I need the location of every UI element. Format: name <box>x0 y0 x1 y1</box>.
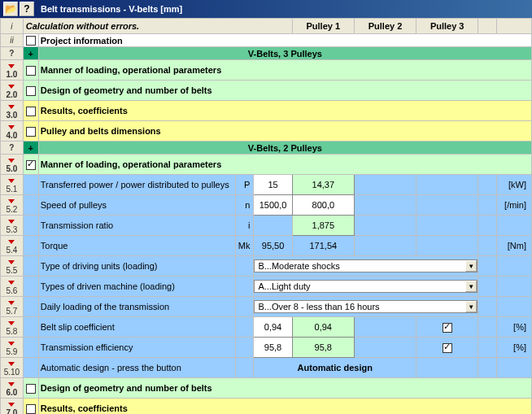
symbol: n <box>235 195 254 216</box>
row-label: Belt slip coefficient <box>38 317 235 338</box>
slip-p1-input[interactable]: 0,94 <box>254 317 292 338</box>
expand-toggle[interactable] <box>23 60 38 81</box>
row-label: Results, coefficients <box>38 101 531 121</box>
unit: [%] <box>496 338 531 358</box>
rownum: 2.0 <box>1 81 24 101</box>
rownum: 5.6 <box>1 277 24 297</box>
row-label: Manner of loading, operational parameter… <box>38 155 531 175</box>
slip-p2-output: 0,94 <box>292 317 354 338</box>
ratio-output: 1,875 <box>292 216 354 236</box>
row-label: Torque <box>38 236 235 256</box>
rownum: ii <box>1 34 24 47</box>
row-label: Transferred power / power distributed to… <box>38 175 235 195</box>
titlebar: 📂 ? Belt transmissions - V-belts [mm] <box>0 0 532 18</box>
rownum: 5.10 <box>1 358 24 378</box>
row-label: Type of driving units (loading) <box>38 256 235 277</box>
rownum: 5.2 <box>1 195 24 216</box>
row-label: Automatic design - press the button <box>38 358 235 378</box>
row-label: Speed of pulleys <box>38 195 235 216</box>
open-button[interactable]: 📂 <box>3 2 18 16</box>
main-grid: i Calculation without errors. Pulley 1 P… <box>0 18 532 414</box>
window-title: Belt transmissions - V-belts [mm] <box>41 4 182 14</box>
rownum: 7.0 <box>1 399 24 414</box>
section-2pulleys: V-Belts, 2 Pulleys <box>38 142 531 155</box>
unit: [/min] <box>496 195 531 216</box>
rownum: 5.7 <box>1 297 24 317</box>
project-info-label: Project information <box>38 34 531 47</box>
col-header-pulley3: Pulley 3 <box>416 19 478 34</box>
driven-machine-select[interactable]: A...Light duty▼ <box>254 280 477 293</box>
rownum: 5.1 <box>1 175 24 195</box>
rownum: 5.0 <box>1 155 24 175</box>
unit: [kW] <box>496 175 531 195</box>
expand-toggle[interactable] <box>23 34 38 47</box>
slip-checkbox[interactable] <box>443 323 452 333</box>
rownum: 1.0 <box>1 60 24 81</box>
symbol: Mk <box>235 236 254 256</box>
rownum: 5.5 <box>1 256 24 277</box>
expand-button[interactable]: + <box>23 142 38 155</box>
status-text: Calculation without errors. <box>23 19 292 34</box>
rownum: 6.0 <box>1 378 24 399</box>
speed-p1-input[interactable]: 1500,0 <box>254 195 292 216</box>
eff-checkbox[interactable] <box>443 343 452 353</box>
rownum: 4.0 <box>1 121 24 142</box>
row-label: Design of geometry and number of belts <box>38 378 531 399</box>
help-cell[interactable]: ? <box>1 142 24 155</box>
symbol: P <box>235 175 254 195</box>
unit: [Nm] <box>496 236 531 256</box>
power-p2-output: 14,37 <box>292 175 354 195</box>
help-button[interactable]: ? <box>20 2 34 16</box>
row-label: Results, coefficients <box>38 399 531 414</box>
rownum: 3.0 <box>1 101 24 121</box>
chevron-down-icon[interactable]: ▼ <box>465 301 477 312</box>
row-label: Pulley and belts dimensions <box>38 121 531 142</box>
eff-p1-input[interactable]: 95,8 <box>254 338 292 358</box>
col-header-pulley1: Pulley 1 <box>292 19 354 34</box>
rownum: 5.9 <box>1 338 24 358</box>
torque-p1: 95,50 <box>254 236 292 256</box>
row-label: Transmission ratio <box>38 216 235 236</box>
chevron-down-icon[interactable]: ▼ <box>465 260 477 272</box>
row-label: Transmission efficiency <box>38 338 235 358</box>
unit: [%] <box>496 317 531 338</box>
row-label: Manner of loading, operational parameter… <box>38 60 531 81</box>
rownum: 5.8 <box>1 317 24 338</box>
row-label: Types of driven machine (loading) <box>38 277 235 297</box>
row-label: Daily loading of the transmission <box>38 297 235 317</box>
symbol: i <box>235 216 254 236</box>
expand-toggle[interactable] <box>23 101 38 121</box>
expand-button[interactable]: + <box>23 47 38 60</box>
eff-p2-output: 95,8 <box>292 338 354 358</box>
col-header-pulley2: Pulley 2 <box>354 19 416 34</box>
rownum: 5.3 <box>1 216 24 236</box>
expand-toggle[interactable] <box>23 399 38 414</box>
expand-toggle[interactable] <box>23 378 38 399</box>
daily-loading-select[interactable]: B...Over 8 - less than 16 hours▼ <box>254 300 477 313</box>
expand-toggle[interactable] <box>23 155 38 175</box>
expand-toggle[interactable] <box>23 81 38 101</box>
rownum: 5.4 <box>1 236 24 256</box>
rownum: i <box>1 19 24 34</box>
driving-units-select[interactable]: B...Moderate shocks▼ <box>254 259 477 272</box>
row-label: Design of geometry and number of belts <box>38 81 531 101</box>
chevron-down-icon[interactable]: ▼ <box>465 281 477 292</box>
help-cell[interactable]: ? <box>1 47 24 60</box>
section-3pulleys: V-Belts, 3 Pulleys <box>38 47 531 60</box>
expand-toggle[interactable] <box>23 121 38 142</box>
automatic-design-button[interactable]: Automatic design <box>254 358 416 378</box>
speed-p2-input[interactable]: 800,0 <box>292 195 354 216</box>
power-p1-input[interactable]: 15 <box>254 175 292 195</box>
torque-p2: 171,54 <box>292 236 354 256</box>
